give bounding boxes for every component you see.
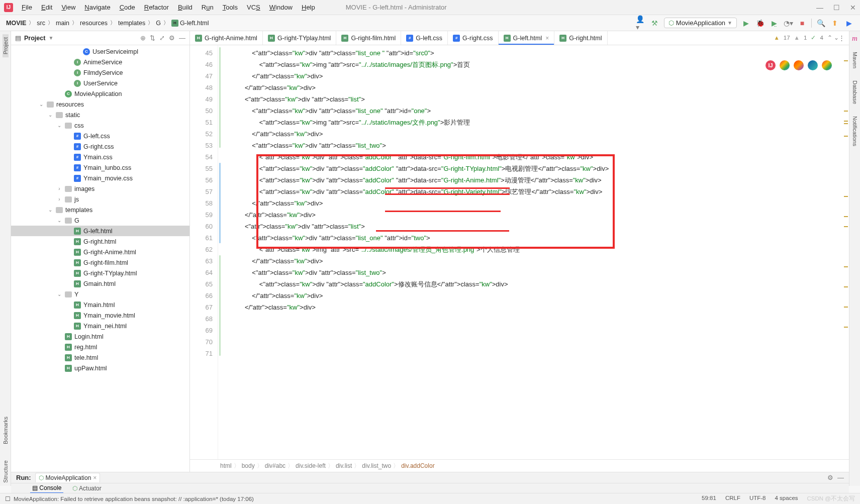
- status-icon[interactable]: ☐: [5, 495, 11, 502]
- user-icon[interactable]: 👤▾: [636, 18, 646, 28]
- caret-position[interactable]: 59:81: [702, 495, 716, 502]
- structure-crumb[interactable]: div.side-left: [296, 462, 326, 469]
- structure-crumb[interactable]: div.list: [336, 462, 352, 469]
- tree-node[interactable]: #Ymain.css: [11, 152, 189, 162]
- tree-node[interactable]: HYmain.html: [11, 299, 189, 310]
- minimize-icon[interactable]: —: [816, 4, 823, 12]
- maximize-icon[interactable]: ☐: [833, 4, 840, 12]
- tree-node[interactable]: HG-right.html: [11, 236, 189, 247]
- stripe-structure[interactable]: Structure: [3, 457, 9, 486]
- editor-tab[interactable]: #G-right.css: [448, 31, 498, 45]
- hammer-build-icon[interactable]: ⚒: [650, 18, 660, 28]
- hide-icon[interactable]: —: [179, 34, 185, 42]
- tree-node[interactable]: HG-right-TYplay.html: [11, 268, 189, 278]
- structure-crumb[interactable]: div.list_two: [362, 462, 391, 469]
- project-view-icon[interactable]: ▤: [15, 34, 21, 42]
- inspection-indicators[interactable]: ▲17 ▲1 ✓4 ⌃ ⌄: [772, 33, 841, 42]
- code-area[interactable]: 4546474849505152535455565758596061626364…: [190, 45, 849, 459]
- tree-node[interactable]: HYmain_nei.html: [11, 321, 189, 331]
- menu-build[interactable]: Build: [174, 2, 196, 13]
- tree-node[interactable]: HG-right-Anime.html: [11, 247, 189, 257]
- chrome2-icon[interactable]: [822, 60, 832, 70]
- menu-file[interactable]: File: [18, 2, 36, 13]
- maven-icon[interactable]: m: [852, 34, 857, 43]
- firefox-icon[interactable]: [794, 60, 804, 70]
- breadcrumb-segment[interactable]: MOVIE: [6, 20, 26, 27]
- structure-crumb[interactable]: div.addColor: [401, 462, 434, 469]
- breadcrumb-segment[interactable]: resources: [80, 20, 108, 27]
- run-config-selector[interactable]: ⬡ MovieApplication ▼: [664, 18, 737, 28]
- tree-node[interactable]: ⌄resources: [11, 99, 189, 110]
- menu-view[interactable]: View: [58, 2, 79, 13]
- project-title[interactable]: Project: [24, 35, 45, 42]
- tree-node[interactable]: ⌄Y: [11, 289, 189, 299]
- tree-node[interactable]: HLogin.html: [11, 331, 189, 342]
- profile-icon[interactable]: ◔▾: [783, 18, 793, 28]
- menu-refactor[interactable]: Refactor: [141, 2, 172, 13]
- ide-update-icon[interactable]: ⬆: [830, 18, 840, 28]
- line-ending[interactable]: CRLF: [725, 495, 740, 502]
- tree-node[interactable]: ⌄G: [11, 215, 189, 226]
- stripe-bookmarks[interactable]: Bookmarks: [3, 414, 9, 447]
- hide-icon[interactable]: —: [837, 474, 844, 481]
- chrome-icon[interactable]: [780, 60, 790, 70]
- code-with-me-icon[interactable]: ▶: [844, 18, 854, 28]
- editor-tab[interactable]: #G-left.css: [401, 31, 448, 45]
- tree-node[interactable]: #Ymain_lunbo.css: [11, 162, 189, 173]
- stripe-maven[interactable]: Maven: [852, 49, 858, 71]
- gear-icon[interactable]: ⚙: [827, 474, 833, 481]
- error-stripe[interactable]: [842, 45, 849, 459]
- tree-node[interactable]: Hreg.html: [11, 342, 189, 352]
- intellij-icon[interactable]: IJ: [766, 60, 776, 70]
- stripe-notifications[interactable]: Notifications: [852, 113, 858, 149]
- edge-icon[interactable]: [808, 60, 818, 70]
- stop-icon[interactable]: ■: [797, 18, 807, 28]
- stripe-database[interactable]: Database: [852, 77, 858, 107]
- menu-navigate[interactable]: Navigate: [81, 2, 114, 13]
- editor-tab[interactable]: HG-right-Anime.html: [190, 31, 263, 45]
- locate-icon[interactable]: ⊕: [140, 34, 146, 42]
- tree-node[interactable]: #G-left.css: [11, 131, 189, 141]
- close-tab-icon[interactable]: ×: [545, 35, 549, 42]
- menu-edit[interactable]: Edit: [38, 2, 56, 13]
- tree-node[interactable]: ⌄static: [11, 110, 189, 120]
- structure-crumb[interactable]: body: [242, 462, 255, 469]
- breadcrumb-segment[interactable]: G-left.html: [180, 20, 209, 27]
- structure-crumb[interactable]: div#abc: [265, 462, 285, 469]
- coverage-icon[interactable]: ▶̤: [769, 18, 779, 28]
- tree-node[interactable]: IAnimeService: [11, 57, 189, 67]
- run-icon[interactable]: ▶: [741, 18, 751, 28]
- structure-crumb[interactable]: html: [220, 462, 232, 469]
- editor-tab[interactable]: HG-left.html×: [499, 31, 555, 45]
- chevron-down-icon[interactable]: ▼: [48, 35, 53, 41]
- menu-code[interactable]: Code: [116, 2, 139, 13]
- tree-node[interactable]: CMovieApplication: [11, 88, 189, 99]
- breadcrumb-segment[interactable]: G: [156, 20, 161, 27]
- tree-node[interactable]: HG-left.html: [11, 226, 189, 236]
- menu-vcs[interactable]: VCS: [243, 2, 264, 13]
- search-icon[interactable]: 🔍: [816, 18, 826, 28]
- indent[interactable]: 4 spaces: [775, 495, 798, 502]
- code-content[interactable]: <"attr">class="kw">div "attr">class="lis…: [218, 45, 849, 459]
- tree-node[interactable]: ›images: [11, 183, 189, 194]
- collapse-all-icon[interactable]: ⤢: [159, 34, 165, 42]
- tree-node[interactable]: HG-right-film.html: [11, 257, 189, 268]
- breadcrumb-segment[interactable]: src: [37, 20, 45, 27]
- structure-breadcrumb[interactable]: html〉body〉div#abc〉div.side-left〉div.list…: [190, 459, 849, 472]
- editor-tab[interactable]: HG-right-TYplay.html: [263, 31, 337, 45]
- tree-node[interactable]: HupPaw.html: [11, 363, 189, 373]
- tree-node[interactable]: IFilmdyService: [11, 67, 189, 78]
- tree-node[interactable]: HGmain.html: [11, 278, 189, 289]
- encoding[interactable]: UTF-8: [749, 495, 766, 502]
- tree-node[interactable]: ›js: [11, 194, 189, 205]
- stripe-project[interactable]: Project: [3, 34, 9, 57]
- editor-tab[interactable]: HG-right-film.html: [336, 31, 401, 45]
- tree-node[interactable]: CUserServiceimpl: [11, 46, 189, 57]
- tree-node[interactable]: IUserService: [11, 78, 189, 88]
- menu-window[interactable]: Window: [266, 2, 296, 13]
- debug-icon[interactable]: 🐞: [755, 18, 765, 28]
- tree-node[interactable]: #G-right.css: [11, 141, 189, 152]
- editor-tab[interactable]: HG-right.html: [554, 31, 607, 45]
- actuator-tab[interactable]: ⬡ Actuator: [70, 484, 103, 493]
- close-icon[interactable]: ✕: [850, 4, 856, 12]
